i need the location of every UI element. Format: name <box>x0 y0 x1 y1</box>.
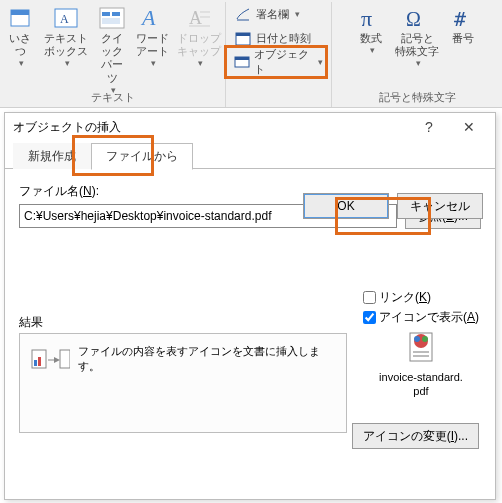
icon-preview: invoice-standard.pdf <box>363 327 479 399</box>
svg-text:A: A <box>60 12 69 26</box>
dropdown-caret: ▾ <box>198 58 203 69</box>
ribbon-group-text: いさつ ▾ A テキスト ボックス ▾ クイック パーツ ▾ A <box>0 2 226 107</box>
result-frame: ファイルの内容を表すアイコンを文書に挿入します。 <box>19 333 347 433</box>
link-checkbox-label[interactable]: リンク(K) <box>363 289 479 306</box>
signature-label: 署名欄 <box>256 7 289 22</box>
textbox-button[interactable]: A テキスト ボックス ▾ <box>40 2 92 71</box>
dropdown-caret: ▾ <box>416 58 421 69</box>
svg-text:#: # <box>454 7 466 31</box>
dialog-buttons: OK キャンセル <box>303 193 483 219</box>
object-icon <box>234 53 250 71</box>
ribbon-group-insert-extra: 署名欄 ▾ 日付と時刻 オブジェクト ▾ . <box>226 2 332 107</box>
svg-text:π: π <box>361 6 372 31</box>
icon-preview-caption: invoice-standard.pdf <box>379 371 463 399</box>
group-symbols-label: 記号と特殊文字 <box>379 90 456 107</box>
dialog-body: ファイル名(N): 参照(B)... リンク(K) アイコンで表示(A) 結果 <box>5 169 495 229</box>
ribbon: いさつ ▾ A テキスト ボックス ▾ クイック パーツ ▾ A <box>0 0 502 108</box>
wordart-label: ワード アート <box>136 32 169 58</box>
dropdown-caret: ▾ <box>370 45 375 56</box>
equation-label: 数式 <box>360 32 382 45</box>
svg-rect-25 <box>60 350 70 368</box>
wordart-button[interactable]: A ワード アート ▾ <box>132 2 173 71</box>
calendar-icon <box>234 29 252 47</box>
svg-rect-1 <box>11 10 29 15</box>
svg-rect-30 <box>413 351 429 353</box>
options-checks: リンク(K) アイコンで表示(A) <box>363 289 479 329</box>
svg-point-28 <box>414 336 420 342</box>
svg-rect-15 <box>236 33 250 36</box>
result-text: ファイルの内容を表すアイコンを文書に挿入します。 <box>78 344 336 375</box>
ribbon-group-symbols: π 数式 ▾ Ω 記号と 特殊文字 ▾ # 番号 記号と特殊文字 <box>332 2 502 107</box>
change-icon-button[interactable]: アイコンの変更(I)... <box>352 423 479 449</box>
svg-rect-6 <box>112 12 120 16</box>
display-as-icon-checkbox-label[interactable]: アイコンで表示(A) <box>363 309 479 326</box>
insert-object-dialog: オブジェクトの挿入 ? ✕ 新規作成 ファイルから ファイル名(N): 参照(B… <box>4 112 496 500</box>
cancel-button[interactable]: キャンセル <box>397 193 483 219</box>
number-button[interactable]: # 番号 <box>443 2 483 47</box>
dropdown-caret: ▾ <box>111 85 116 96</box>
signature-line-button[interactable]: 署名欄 ▾ <box>230 2 304 26</box>
pi-icon: π <box>355 4 387 32</box>
aisatsu-label: いさつ <box>4 32 36 58</box>
display-as-icon-checkbox[interactable] <box>363 311 376 324</box>
symbol-label: 記号と 特殊文字 <box>395 32 439 58</box>
link-checkbox[interactable] <box>363 291 376 304</box>
dropcap-icon: A <box>183 4 215 32</box>
dropdown-caret: ▾ <box>65 58 70 69</box>
help-button[interactable]: ? <box>409 114 449 140</box>
svg-marker-24 <box>54 357 60 363</box>
symbol-button[interactable]: Ω 記号と 特殊文字 ▾ <box>391 2 443 71</box>
object-label: オブジェクト <box>254 47 312 77</box>
pdf-file-icon <box>400 327 442 367</box>
dropdown-caret: ▾ <box>151 58 156 69</box>
ok-button[interactable]: OK <box>303 193 389 219</box>
svg-point-29 <box>422 336 428 342</box>
dropdown-caret: ▾ <box>19 58 24 69</box>
svg-rect-23 <box>38 357 41 366</box>
dropdown-caret: ▾ <box>295 9 300 19</box>
svg-rect-5 <box>102 12 110 16</box>
wordart-icon: A <box>137 4 169 32</box>
svg-text:Ω: Ω <box>406 8 421 30</box>
quickparts-label: クイック パーツ <box>96 32 128 85</box>
dropcap-label: ドロップ キャップ <box>177 32 221 58</box>
quickparts-icon <box>96 4 128 32</box>
dialog-tabs: 新規作成 ファイルから <box>5 143 495 169</box>
svg-rect-7 <box>102 18 120 24</box>
svg-rect-22 <box>34 360 37 366</box>
result-title: 結果 <box>19 314 349 331</box>
dialog-title: オブジェクトの挿入 <box>13 119 409 136</box>
svg-rect-31 <box>413 355 429 357</box>
dialog-titlebar: オブジェクトの挿入 ? ✕ <box>5 113 495 141</box>
hash-icon: # <box>447 4 479 32</box>
tab-from-file[interactable]: ファイルから <box>91 143 193 170</box>
textbox-icon: A <box>50 4 82 32</box>
equation-button[interactable]: π 数式 ▾ <box>351 2 391 58</box>
svg-rect-17 <box>235 57 249 60</box>
tab-new[interactable]: 新規作成 <box>13 143 91 169</box>
omega-icon: Ω <box>401 4 433 32</box>
datetime-label: 日付と時刻 <box>256 31 311 46</box>
object-button[interactable]: オブジェクト ▾ <box>230 50 327 74</box>
svg-text:A: A <box>140 5 156 30</box>
aisatsu-button[interactable]: いさつ ▾ <box>0 2 40 71</box>
svg-text:A: A <box>189 8 202 28</box>
dropdown-caret: ▾ <box>318 57 323 67</box>
signature-icon <box>234 5 252 23</box>
number-label: 番号 <box>452 32 474 45</box>
textbox-label: テキスト ボックス <box>44 32 88 58</box>
result-section: 結果 ファイルの内容を表すアイコンを文書に挿入します。 <box>19 314 349 439</box>
quickparts-button[interactable]: クイック パーツ ▾ <box>92 2 132 98</box>
dropcap-button[interactable]: A ドロップ キャップ ▾ <box>173 2 225 71</box>
close-button[interactable]: ✕ <box>449 114 489 140</box>
result-illustration-icon <box>30 344 70 376</box>
aisatsu-icon <box>4 4 36 32</box>
